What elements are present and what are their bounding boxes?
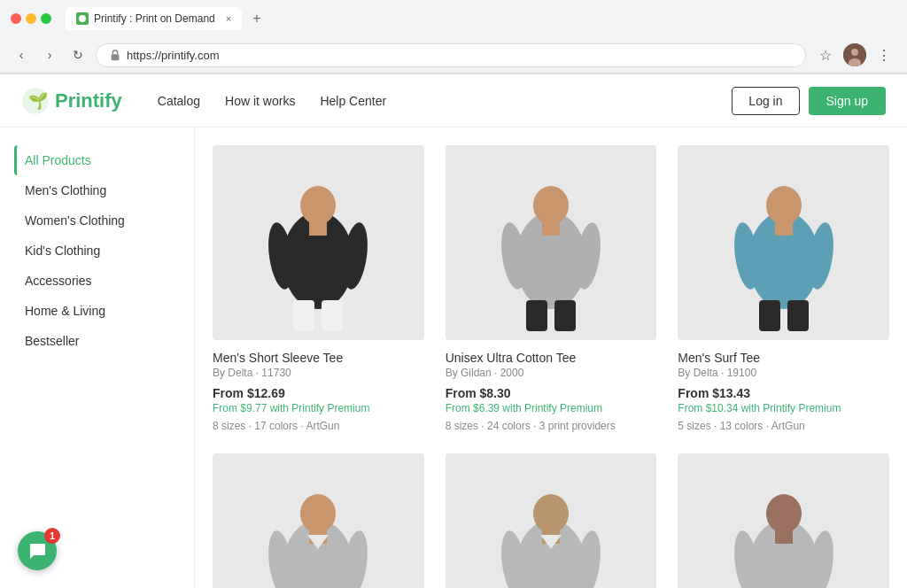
product-card[interactable]: Unisex Ultra Cotton Tee By Gildan · 2000… xyxy=(446,145,657,432)
menu-button[interactable]: ⋮ xyxy=(872,43,896,67)
product-premium-price: From $10.34 with Printify Premium xyxy=(678,402,889,414)
svg-point-15 xyxy=(533,186,569,225)
tab-title: Printify : Print on Demand xyxy=(94,12,215,25)
login-button[interactable]: Log in xyxy=(732,87,799,115)
product-thumbnail xyxy=(713,154,855,331)
sidebar-item-label: Men's Clothing xyxy=(25,183,106,197)
product-brand: By Delta · 19100 xyxy=(678,367,889,379)
bookmark-button[interactable]: ☆ xyxy=(813,43,838,67)
forward-button[interactable]: › xyxy=(39,44,60,66)
product-card[interactable]: Men's Fitted Short Sleeve Tee xyxy=(678,453,889,588)
sidebar-item-label: Bestseller xyxy=(25,334,79,348)
close-window-button[interactable] xyxy=(11,13,21,24)
sidebar-item-bestseller[interactable]: Bestseller xyxy=(14,326,180,356)
product-name: Unisex Ultra Cotton Tee xyxy=(446,351,657,365)
product-premium-price: From $9.77 with Printify Premium xyxy=(213,402,424,414)
svg-point-29 xyxy=(300,494,336,533)
product-card[interactable]: Unisex Jersey Short Sleeve V... xyxy=(213,453,424,588)
new-tab-button[interactable]: + xyxy=(252,11,260,27)
sidebar: All Products Men's Clothing Women's Clot… xyxy=(0,128,195,588)
product-image xyxy=(446,453,657,588)
product-card[interactable]: Men's Short Sleeve Tee By Delta · 11730 … xyxy=(213,145,424,432)
svg-rect-48 xyxy=(775,530,793,544)
svg-text:🌱: 🌱 xyxy=(28,91,49,111)
product-image xyxy=(446,145,657,340)
product-meta: 8 sizes · 17 colors · ArtGun xyxy=(213,420,424,432)
product-image xyxy=(213,145,424,340)
browser-navigation: ‹ › ↻ https://printify.com ☆ ⋮ xyxy=(0,37,907,74)
svg-rect-26 xyxy=(759,300,780,331)
tab-close-button[interactable]: × xyxy=(226,13,231,24)
site-header: 🌱 Printify Catalog How it works Help Cen… xyxy=(0,74,907,128)
svg-rect-20 xyxy=(554,300,576,331)
lock-icon xyxy=(109,49,121,61)
nav-help-center[interactable]: Help Center xyxy=(320,94,386,108)
sidebar-item-label: Home & Living xyxy=(25,304,105,318)
sidebar-item-label: All Products xyxy=(25,153,91,167)
browser-action-buttons: ☆ ⋮ xyxy=(813,43,896,67)
product-thumbnail xyxy=(247,462,389,588)
product-thumbnail xyxy=(247,154,389,331)
logo[interactable]: 🌱 Printify xyxy=(21,87,122,115)
signup-button[interactable]: Sign up xyxy=(809,87,886,115)
product-price: From $12.69 xyxy=(213,386,424,400)
header-actions: Log in Sign up xyxy=(732,87,886,115)
sidebar-item-label: Women's Clothing xyxy=(25,213,125,228)
svg-rect-19 xyxy=(526,300,547,331)
browser-top-bar: Printify : Print on Demand × + xyxy=(0,0,907,37)
nav-how-it-works[interactable]: How it works xyxy=(225,94,295,108)
sidebar-item-all-products[interactable]: All Products xyxy=(14,145,180,175)
svg-rect-11 xyxy=(309,221,327,236)
product-image xyxy=(678,453,889,588)
product-name: Men's Surf Tee xyxy=(678,351,889,365)
product-price: From $13.43 xyxy=(678,386,889,400)
sidebar-item-accessories[interactable]: Accessories xyxy=(14,266,180,296)
main-container: All Products Men's Clothing Women's Clot… xyxy=(0,128,907,588)
window-controls xyxy=(11,13,51,24)
minimize-window-button[interactable] xyxy=(26,13,36,24)
sidebar-item-mens-clothing[interactable]: Men's Clothing xyxy=(14,175,180,205)
sidebar-item-kids-clothing[interactable]: Kid's Clothing xyxy=(14,236,180,266)
svg-point-22 xyxy=(766,186,802,225)
svg-rect-1 xyxy=(112,54,120,60)
product-brand: By Gildan · 2000 xyxy=(446,367,657,379)
product-thumbnail xyxy=(480,462,622,588)
chat-badge: 1 xyxy=(44,528,60,544)
sidebar-item-label: Kid's Clothing xyxy=(25,244,100,258)
profile-avatar[interactable] xyxy=(843,43,866,66)
products-grid: Men's Short Sleeve Tee By Delta · 11730 … xyxy=(213,145,889,588)
sidebar-item-womens-clothing[interactable]: Women's Clothing xyxy=(14,205,180,236)
svg-point-0 xyxy=(79,15,86,22)
product-brand: By Delta · 11730 xyxy=(213,367,424,379)
product-card[interactable]: Men's Surf Tee By Delta · 19100 From $13… xyxy=(678,145,889,432)
product-price: From $8.30 xyxy=(446,386,657,400)
refresh-button[interactable]: ↻ xyxy=(67,44,89,66)
address-bar[interactable]: https://printify.com xyxy=(96,43,806,67)
product-meta: 5 sizes · 13 colors · ArtGun xyxy=(678,420,889,432)
back-button[interactable]: ‹ xyxy=(11,44,32,66)
svg-rect-18 xyxy=(542,221,560,236)
product-name: Men's Short Sleeve Tee xyxy=(213,351,424,365)
nav-catalog[interactable]: Catalog xyxy=(158,94,200,108)
svg-point-8 xyxy=(300,186,336,225)
sidebar-item-home-living[interactable]: Home & Living xyxy=(14,296,180,326)
site-navigation: Catalog How it works Help Center xyxy=(158,94,733,108)
svg-rect-12 xyxy=(293,300,314,331)
chat-icon xyxy=(27,541,47,561)
logo-icon: 🌱 xyxy=(21,87,50,115)
product-card[interactable]: Men's Fitted V-Neck Short Sle... xyxy=(446,453,657,588)
browser-tab[interactable]: Printify : Print on Demand × xyxy=(66,7,242,30)
product-premium-price: From $6.39 with Printify Premium xyxy=(446,402,657,414)
products-area: Men's Short Sleeve Tee By Delta · 11730 … xyxy=(195,128,907,588)
logo-text: Printify xyxy=(55,89,122,112)
svg-point-45 xyxy=(766,494,802,533)
maximize-window-button[interactable] xyxy=(41,13,51,24)
chat-widget[interactable]: 1 xyxy=(18,531,57,570)
browser-chrome: Printify : Print on Demand × + ‹ › ↻ htt… xyxy=(0,0,907,74)
tab-favicon xyxy=(76,12,89,25)
svg-rect-13 xyxy=(322,300,343,331)
svg-rect-25 xyxy=(775,221,793,236)
url-text: https://printify.com xyxy=(127,49,220,62)
product-thumbnail xyxy=(480,154,622,331)
svg-rect-27 xyxy=(787,300,809,331)
